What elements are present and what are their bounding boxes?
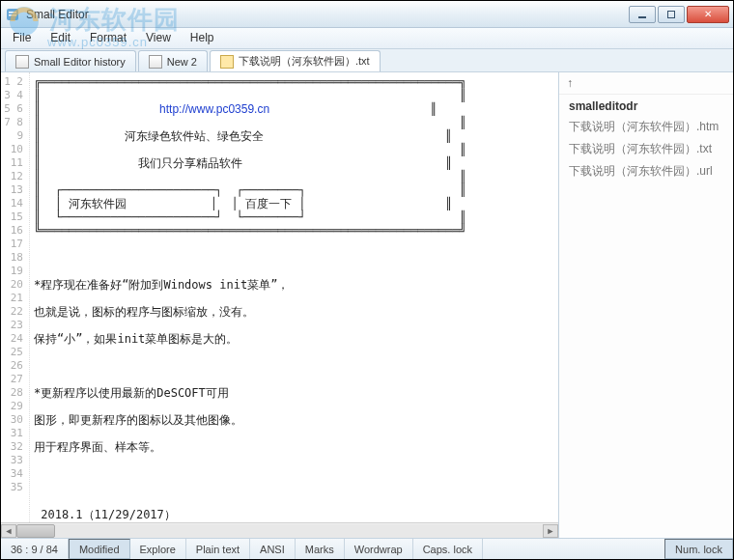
app-icon xyxy=(5,7,20,22)
status-encoding[interactable]: ANSI xyxy=(250,539,296,559)
menu-file[interactable]: File xyxy=(3,28,41,48)
close-button[interactable]: ✕ xyxy=(687,6,729,23)
menu-view[interactable]: View xyxy=(136,28,181,48)
content-area: 1 2 3 4 5 6 7 8 9 10 11 12 13 14 15 16 1… xyxy=(1,72,733,538)
window-title: Small Editor xyxy=(26,8,89,21)
horizontal-scrollbar[interactable]: ◄ ► xyxy=(1,522,558,538)
side-folder-item[interactable]: smalleditodr xyxy=(559,97,733,116)
status-wordwrap[interactable]: Wordwrap xyxy=(345,539,413,559)
side-file-item[interactable]: 下载说明（河东软件园）.url xyxy=(559,160,733,182)
svg-rect-3 xyxy=(9,14,16,16)
scroll-left-arrow-icon[interactable]: ◄ xyxy=(1,524,16,538)
tab-download-readme[interactable]: 下载说明（河东软件园）.txt xyxy=(210,50,381,71)
status-syntax[interactable]: Plain text xyxy=(186,539,250,559)
document-icon xyxy=(149,55,162,69)
status-marks[interactable]: Marks xyxy=(296,539,345,559)
tab-history[interactable]: Small Editor history xyxy=(5,50,136,71)
status-numlock[interactable]: Num. lock xyxy=(664,539,733,559)
maximize-button[interactable] xyxy=(658,6,685,23)
side-file-panel: ↑ smalleditodr 下载说明（河东软件园）.htm 下载说明（河东软件… xyxy=(559,72,733,538)
status-position[interactable]: 36 : 9 / 84 xyxy=(1,539,69,559)
line-number-gutter: 1 2 3 4 5 6 7 8 9 10 11 12 13 14 15 16 1… xyxy=(1,72,30,522)
svg-rect-2 xyxy=(9,12,16,14)
titlebar: Small Editor ✕ xyxy=(1,1,733,28)
statusbar: 36 : 9 / 84 Modified Explore Plain text … xyxy=(1,538,733,559)
editor-pane: 1 2 3 4 5 6 7 8 9 10 11 12 13 14 15 16 1… xyxy=(1,72,559,538)
side-file-item[interactable]: 下载说明（河东软件园）.txt xyxy=(559,138,733,160)
status-modified[interactable]: Modified xyxy=(69,539,130,559)
status-explore[interactable]: Explore xyxy=(130,539,186,559)
tab-label: 下载说明（河东软件园）.txt xyxy=(239,54,370,69)
menu-format[interactable]: Format xyxy=(80,28,136,48)
status-capslock[interactable]: Caps. lock xyxy=(413,539,483,559)
menubar: File Edit Format View Help xyxy=(1,28,733,49)
document-icon xyxy=(15,55,29,69)
scroll-thumb[interactable] xyxy=(16,524,55,538)
side-file-item[interactable]: 下载说明（河东软件园）.htm xyxy=(559,116,733,138)
side-up-arrow[interactable]: ↑ xyxy=(559,72,733,95)
tab-label: Small Editor history xyxy=(34,56,126,68)
scroll-right-arrow-icon[interactable]: ► xyxy=(543,524,558,538)
tabbar: Small Editor history New 2 下载说明（河东软件园）.t… xyxy=(1,49,733,72)
tab-new2[interactable]: New 2 xyxy=(138,50,208,71)
text-file-icon xyxy=(220,55,234,69)
menu-help[interactable]: Help xyxy=(181,28,224,48)
tab-label: New 2 xyxy=(167,56,197,68)
minimize-button[interactable] xyxy=(629,6,656,23)
editor-text-area[interactable]: ╔═══════════════════════════════════════… xyxy=(30,72,558,522)
menu-edit[interactable]: Edit xyxy=(41,28,80,48)
